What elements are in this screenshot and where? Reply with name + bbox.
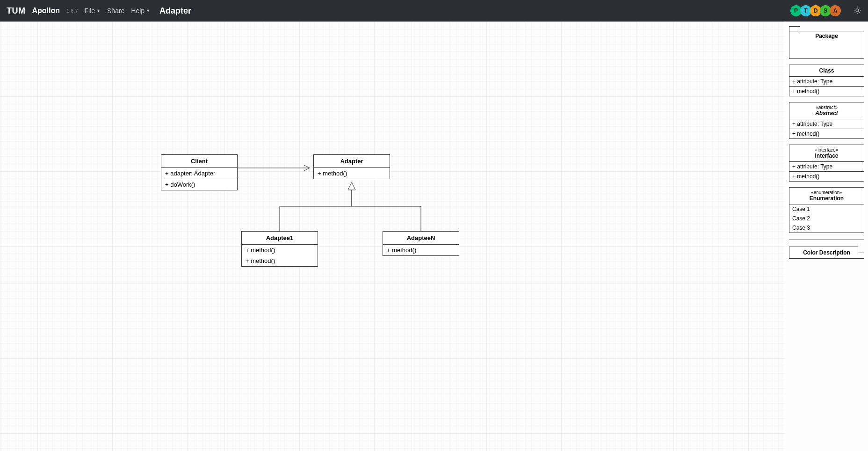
palette-enum-stereo: «enumeration» xyxy=(791,190,862,195)
palette-interface-attr: + attribute: Type xyxy=(789,162,864,171)
palette-package-label: Package xyxy=(789,33,864,39)
palette-interface-name: Interface xyxy=(815,153,838,159)
class-adapteen[interactable]: AdapteeN + method() xyxy=(383,231,459,256)
palette-enumeration[interactable]: «enumeration» Enumeration Case 1 Case 2 … xyxy=(789,187,864,233)
palette-note-label: Color Description xyxy=(789,247,864,258)
palette-divider xyxy=(789,240,864,240)
menu-help-label: Help xyxy=(131,7,145,15)
palette-interface[interactable]: «interface» Interface + attribute: Type … xyxy=(789,145,864,182)
palette-interface-method: + method() xyxy=(789,172,864,181)
class-name: Adapter xyxy=(314,155,390,168)
svg-line-7 xyxy=(855,12,855,13)
class-name: AdapteeN xyxy=(383,232,459,245)
svg-line-8 xyxy=(859,7,860,8)
class-adapter[interactable]: Adapter + method() xyxy=(313,154,390,179)
class-method: + method() xyxy=(242,245,318,255)
user-badge[interactable]: A xyxy=(830,5,841,16)
palette-abstract-attr: + attribute: Type xyxy=(789,119,864,129)
menu-file[interactable]: File ▼ xyxy=(85,7,101,15)
class-method: + method() xyxy=(314,168,390,179)
user-presence: P T D S A xyxy=(792,5,841,16)
svg-line-4 xyxy=(859,12,860,13)
palette-class-attr: + attribute: Type xyxy=(789,77,864,86)
class-attribute: + adapter: Adapter xyxy=(161,168,237,179)
palette-note[interactable]: Color Description xyxy=(789,247,864,259)
palette-class-method: + method() xyxy=(789,87,864,96)
class-name: Adaptee1 xyxy=(242,232,318,245)
brand-name: Apollon xyxy=(32,7,60,15)
menu-file-label: File xyxy=(85,7,95,15)
menu-share[interactable]: Share xyxy=(107,7,124,15)
palette-abstract[interactable]: «abstract» Abstract + attribute: Type + … xyxy=(789,102,864,139)
class-method: + doWork() xyxy=(161,179,237,190)
palette-package[interactable]: Package xyxy=(789,26,864,59)
class-method: + method() xyxy=(242,255,318,266)
diagram-title[interactable]: Adapter xyxy=(159,6,191,16)
chevron-down-icon: ▼ xyxy=(96,8,101,13)
palette-enum-name: Enumeration xyxy=(810,195,844,202)
palette-class[interactable]: Class + attribute: Type + method() xyxy=(789,65,864,96)
palette-abstract-stereo: «abstract» xyxy=(791,105,862,110)
palette-abstract-method: + method() xyxy=(789,129,864,138)
class-method: + method() xyxy=(383,245,459,255)
palette-class-name: Class xyxy=(789,65,864,77)
svg-point-0 xyxy=(856,9,859,12)
logo: TUM xyxy=(7,6,26,16)
svg-line-3 xyxy=(855,7,855,8)
class-client[interactable]: Client + adapter: Adapter + doWork() xyxy=(161,154,238,190)
chevron-down-icon: ▼ xyxy=(146,8,150,13)
palette-sidebar: Package Class + attribute: Type + method… xyxy=(785,22,868,451)
navbar: TUM Apollon 1.6.7 File ▼ Share Help ▼ Ad… xyxy=(0,0,868,22)
theme-toggle-icon[interactable] xyxy=(853,6,861,16)
version-label: 1.6.7 xyxy=(66,8,78,14)
palette-interface-stereo: «interface» xyxy=(791,147,862,153)
main: Client + adapter: Adapter + doWork() Ada… xyxy=(0,22,868,451)
menu-help[interactable]: Help ▼ xyxy=(131,7,150,15)
palette-enum-case: Case 3 xyxy=(789,223,864,233)
palette-enum-case: Case 2 xyxy=(789,214,864,223)
class-name: Client xyxy=(161,155,237,168)
class-adaptee1[interactable]: Adaptee1 + method() + method() xyxy=(241,231,318,267)
canvas[interactable]: Client + adapter: Adapter + doWork() Ada… xyxy=(0,22,785,451)
palette-enum-case: Case 1 xyxy=(789,204,864,214)
palette-abstract-name: Abstract xyxy=(815,110,838,116)
